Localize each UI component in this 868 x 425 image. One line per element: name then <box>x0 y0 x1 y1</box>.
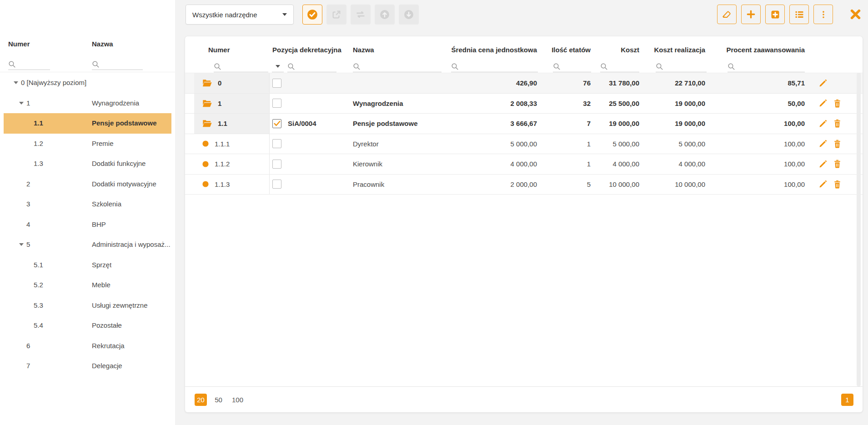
column-header-procent[interactable]: Procent zaawansowania <box>714 46 812 54</box>
page-size-20[interactable]: 20 <box>195 394 207 406</box>
tree-item-nazwa: Meble <box>92 281 110 289</box>
filter-nazwa-input[interactable] <box>361 62 442 72</box>
grid-row-0[interactable]: 0426,907631 780,0022 710,0085,71 <box>185 73 863 94</box>
column-header-numer[interactable]: Numer <box>194 46 270 54</box>
tree-item-1[interactable]: 1Wynagrodzenia <box>0 93 175 114</box>
tree-item-1.1[interactable]: 1.1Pensje podstawowe <box>0 113 175 134</box>
more-button[interactable] <box>813 5 833 24</box>
tree-item-2[interactable]: 2Dodatki motywacyjne <box>0 174 175 195</box>
edit-row-button[interactable] <box>818 99 828 108</box>
delete-row-button[interactable] <box>833 159 842 169</box>
transfer-button[interactable] <box>351 5 371 25</box>
filter-koszt[interactable] <box>600 60 639 72</box>
page-1-button[interactable]: 1 <box>841 394 853 406</box>
filter-cena[interactable] <box>451 60 538 72</box>
filter-koszt-input[interactable] <box>608 62 639 72</box>
move-down-button[interactable] <box>399 5 419 25</box>
pencil-icon <box>818 160 828 169</box>
column-header-pozycja[interactable]: Pozycja dekretacyjna <box>270 46 347 54</box>
tree-filter-nazwa[interactable] <box>92 56 143 70</box>
expand-collapse-icon[interactable] <box>19 243 24 246</box>
delete-row-button[interactable] <box>833 180 842 189</box>
tree-item-6[interactable]: 6Rekrutacja <box>0 336 175 356</box>
column-header-etaty[interactable]: Ilość etatów <box>541 46 597 54</box>
close-button[interactable] <box>849 8 862 20</box>
tree-item-7[interactable]: 7Delegacje <box>0 356 175 376</box>
column-header-cena[interactable]: Średnia cena jednostkowa <box>448 46 541 54</box>
tree-item-5.3[interactable]: 5.3Usługi zewnętrzne <box>0 295 175 316</box>
delete-row-button[interactable] <box>833 119 842 128</box>
pencil-icon <box>818 119 828 128</box>
tree-item-numer: 1 <box>26 99 30 107</box>
row-checkbox[interactable] <box>272 139 281 148</box>
column-chooser-button[interactable] <box>789 5 809 24</box>
add-box-button[interactable] <box>765 5 785 24</box>
filter-procent-input[interactable] <box>735 62 805 72</box>
row-checkbox[interactable] <box>272 180 281 189</box>
eraser-button[interactable] <box>717 5 737 24</box>
tree-item-5.1[interactable]: 5.1Sprzęt <box>0 255 175 275</box>
row-numer: 1.1.1 <box>215 140 230 148</box>
column-header-koszt-realizacja[interactable]: Koszt realizacja <box>642 46 714 54</box>
tree-item-0[interactable]: 0 [Najwyższy poziom] <box>0 73 175 93</box>
vertical-scrollbar[interactable] <box>857 73 861 386</box>
expand-collapse-icon[interactable] <box>14 81 18 84</box>
tree-filter-numer-input[interactable] <box>16 60 50 70</box>
tree-item-1.2[interactable]: 1.2Premie <box>0 134 175 154</box>
filter-numer-input[interactable] <box>221 62 268 72</box>
expand-collapse-icon[interactable] <box>19 102 24 105</box>
column-header-koszt[interactable]: Koszt <box>597 46 642 54</box>
grid-row-1[interactable]: 1Wynagrodzenia2 008,333225 500,0019 000,… <box>185 94 863 114</box>
row-checkbox[interactable] <box>272 99 281 108</box>
grid-row-1.1[interactable]: 1.1SiA/0004Pensje podstawowe3 666,67719 … <box>185 114 863 134</box>
filter-numer[interactable] <box>214 60 268 72</box>
edit-row-button[interactable] <box>818 139 828 148</box>
tree-item-nazwa: BHP <box>92 220 106 228</box>
folder-icon[interactable] <box>202 100 212 107</box>
tree-item-4[interactable]: 4BHP <box>0 215 175 235</box>
move-up-button[interactable] <box>375 5 395 25</box>
check-circle-button[interactable] <box>302 5 322 25</box>
edit-row-button[interactable] <box>818 79 828 88</box>
column-header-nazwa[interactable]: Nazwa <box>347 46 448 54</box>
filter-procent[interactable] <box>728 60 805 72</box>
grid-row-1.1.1[interactable]: 1.1.1Dyrektor5 000,0015 000,005 000,0010… <box>185 134 863 155</box>
filter-pozycja-operation-select[interactable] <box>272 60 284 72</box>
folder-icon[interactable] <box>202 120 212 127</box>
filter-pozycja-input[interactable] <box>295 62 336 72</box>
delete-row-button[interactable] <box>833 99 842 108</box>
tree-item-3[interactable]: 3Szkolenia <box>0 194 175 215</box>
tree-item-numer: 1.2 <box>34 140 43 147</box>
tree-item-5[interactable]: 5Administracja i wyposaż... <box>0 235 175 255</box>
row-checkbox[interactable] <box>272 160 281 169</box>
filter-etaty-input[interactable] <box>561 62 591 72</box>
filter-koszt-realizacja[interactable] <box>656 60 707 72</box>
folder-icon[interactable] <box>202 79 212 87</box>
page-size-50[interactable]: 50 <box>212 394 225 406</box>
page-size-100[interactable]: 100 <box>230 394 245 406</box>
cell-procent: 85,71 <box>714 73 812 93</box>
filter-pozycja[interactable] <box>287 60 336 72</box>
edit-row-button[interactable] <box>818 119 828 128</box>
add-button[interactable] <box>741 5 761 24</box>
filter-koszt-realizacja-input[interactable] <box>663 62 707 72</box>
open-external-button[interactable] <box>326 5 346 25</box>
tree-filter-numer[interactable] <box>8 56 50 70</box>
row-checkbox[interactable] <box>272 79 281 88</box>
filter-etaty[interactable] <box>553 60 591 72</box>
row-checkbox[interactable] <box>272 119 281 128</box>
delete-row-button[interactable] <box>833 139 842 149</box>
trash-icon <box>833 139 842 149</box>
edit-row-button[interactable] <box>818 180 828 189</box>
parent-filter-dropdown[interactable]: Wszystkie nadrzędne <box>186 5 294 25</box>
filter-cena-input[interactable] <box>459 62 538 72</box>
tree-item-5.4[interactable]: 5.4Pozostałe <box>0 315 175 336</box>
tree-item-5.2[interactable]: 5.2Meble <box>0 275 175 295</box>
cell-nazwa: Wynagrodzenia <box>347 94 448 114</box>
tree-filter-nazwa-input[interactable] <box>100 60 143 70</box>
filter-nazwa[interactable] <box>353 60 442 72</box>
grid-row-1.1.2[interactable]: 1.1.2Kierownik4 000,0014 000,004 000,001… <box>185 154 863 175</box>
edit-row-button[interactable] <box>818 160 828 169</box>
tree-item-1.3[interactable]: 1.3Dodatki funkcyjne <box>0 154 175 174</box>
grid-row-1.1.3[interactable]: 1.1.3Pracownik2 000,00510 000,0010 000,0… <box>185 175 863 195</box>
